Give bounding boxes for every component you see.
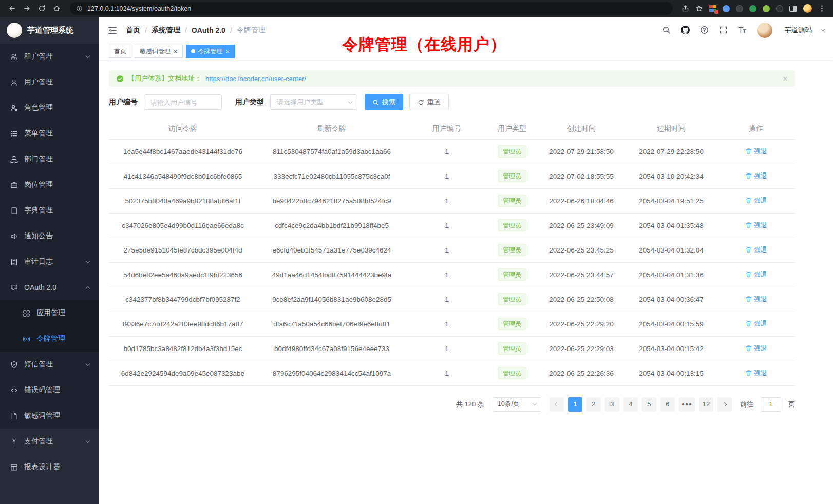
chevron-down-icon [86, 259, 90, 263]
alert-doc-link[interactable]: https://doc.iocoder.cn/user-center/ [205, 75, 306, 83]
sidebar-item-payment[interactable]: 支付管理 [0, 429, 99, 454]
user-type-select[interactable]: 请选择用户类型 [270, 94, 357, 110]
sidebar-item-role[interactable]: 角色管理 [0, 95, 99, 121]
cell-user-id: 1 [407, 312, 487, 336]
next-page-button[interactable] [717, 397, 732, 412]
goto-page-input[interactable] [761, 397, 781, 412]
sidebar-item-dept[interactable]: 部门管理 [0, 146, 99, 172]
force-logout-button[interactable]: 强退 [745, 270, 767, 279]
home-button[interactable] [50, 2, 63, 15]
address-bar[interactable]: 127.0.0.1:1024/system/oauth2/token [70, 2, 673, 15]
page-button-4[interactable]: 4 [623, 397, 638, 412]
search-icon[interactable] [661, 25, 671, 35]
page-size-select[interactable]: 10条/页 [493, 397, 541, 412]
extension-icon-colored[interactable] [709, 5, 716, 12]
user-name[interactable]: 芋道源码 [784, 26, 812, 35]
breadcrumb-oauth[interactable]: OAuth 2.0 [192, 26, 225, 34]
sidebar-item-notice[interactable]: 通知公告 [0, 223, 99, 249]
sidebar-item-report-designer[interactable]: 报表设计器 [0, 454, 99, 480]
cell-create-time: 2022-07-29 21:58:50 [537, 139, 626, 164]
reset-button[interactable]: 重置 [409, 94, 449, 110]
delete-icon [745, 222, 752, 228]
briefcase-icon [10, 181, 18, 189]
help-icon[interactable] [699, 25, 709, 35]
sidebar-item-dict[interactable]: 字典管理 [0, 198, 99, 223]
sidebar-item-error-code[interactable]: 错误码管理 [0, 377, 99, 403]
close-icon[interactable]: × [174, 48, 178, 55]
force-logout-button[interactable]: 强退 [745, 295, 767, 304]
extension-puzzle-icon[interactable] [763, 5, 770, 12]
page-button-3[interactable]: 3 [605, 397, 619, 412]
font-size-icon[interactable] [737, 25, 747, 35]
page-button-5[interactable]: 5 [642, 397, 656, 412]
page-button-2[interactable]: 2 [586, 397, 601, 412]
sidebar-item-sms[interactable]: 短信管理 [0, 352, 99, 377]
page-button-12[interactable]: 12 [699, 397, 713, 412]
browser-profile-avatar[interactable] [803, 4, 812, 13]
sidebar-item-user[interactable]: 用户管理 [0, 69, 99, 95]
browser-menu-icon[interactable] [818, 5, 826, 12]
sidebar-item-label: 报表设计器 [24, 462, 89, 472]
close-icon[interactable]: × [783, 74, 788, 83]
extension-badge [714, 10, 719, 14]
github-icon[interactable] [680, 25, 690, 35]
sidebar-collapse-icon[interactable] [107, 25, 118, 35]
page-button-1[interactable]: 1 [568, 397, 582, 412]
forward-button[interactable] [20, 2, 33, 15]
breadcrumb-home[interactable]: 首页 [126, 26, 140, 35]
cell-expire-time: 2022-07-29 22:28:50 [626, 139, 717, 164]
force-logout-button[interactable]: 强退 [745, 344, 767, 353]
col-user-id: 用户编号 [407, 119, 487, 139]
tab-token[interactable]: 令牌管理 × [186, 45, 235, 58]
force-logout-button[interactable]: 强退 [745, 319, 767, 328]
force-logout-button[interactable]: 强退 [745, 196, 767, 205]
force-logout-button[interactable]: 强退 [745, 147, 767, 156]
site-info-icon[interactable] [76, 5, 83, 12]
sidebar-item-oauth-app[interactable]: 应用管理 [0, 300, 99, 326]
side-panel-icon[interactable] [789, 6, 797, 12]
force-logout-button[interactable]: 强退 [745, 369, 767, 378]
cell-user-id: 1 [407, 139, 487, 164]
tab-home[interactable]: 首页 [109, 45, 131, 58]
sidebar-item-tenant[interactable]: 租户管理 [0, 44, 99, 69]
close-icon[interactable]: × [226, 48, 230, 55]
code-icon [10, 386, 18, 394]
force-logout-button[interactable]: 强退 [745, 245, 767, 255]
reset-button-label: 重置 [427, 98, 441, 107]
sidebar-item-menu[interactable]: 菜单管理 [0, 121, 99, 146]
user-id-input[interactable] [144, 94, 222, 110]
extension-icon-blue[interactable] [723, 5, 730, 12]
fullscreen-icon[interactable] [718, 25, 728, 35]
page-button-6[interactable]: 6 [660, 397, 675, 412]
force-logout-button[interactable]: 强退 [745, 221, 767, 230]
sidebar-item-sensitive-words[interactable]: 敏感词管理 [0, 403, 99, 429]
force-logout-button[interactable]: 强退 [745, 171, 767, 181]
sidebar-item-oauth-token[interactable]: 令牌管理 [0, 326, 99, 352]
extension-icon-dark[interactable] [736, 5, 743, 12]
table-row: b0d1785bc3a8482f812db4a3f3bd15ec b0df498… [109, 336, 795, 361]
more-pages-button[interactable]: ●●● [679, 397, 695, 412]
tab-sensitive-words[interactable]: 敏感词管理 × [135, 45, 183, 58]
search-button[interactable]: 搜索 [365, 94, 403, 110]
share-icon[interactable] [681, 5, 689, 12]
sidebar-item-oauth[interactable]: OAuth 2.0 [0, 275, 99, 300]
cell-user-id: 1 [407, 188, 487, 213]
browser-toolbar: 127.0.0.1:1024/system/oauth2/token [0, 0, 833, 17]
extension-icon-green[interactable] [749, 5, 756, 12]
reload-button[interactable] [35, 2, 48, 15]
bookmark-star-icon[interactable] [695, 5, 703, 12]
app-logo[interactable]: 芋道管理系统 [0, 17, 99, 44]
cell-expire-time: 2054-03-04 00:13:15 [626, 361, 717, 385]
prev-page-button[interactable] [550, 397, 564, 412]
cell-access-token: 54d6be82ee5a460a9aedc1f9bf223656 [109, 262, 257, 287]
cell-actions: 强退 [717, 164, 795, 188]
sidebar-item-audit-log[interactable]: 审计日志 [0, 249, 99, 275]
report-icon [10, 463, 18, 471]
back-button[interactable] [5, 2, 18, 15]
role-icon [10, 104, 18, 112]
breadcrumb-system[interactable]: 系统管理 [152, 26, 180, 35]
user-avatar[interactable] [757, 23, 772, 38]
extension-icon-dark2[interactable] [776, 5, 783, 12]
top-navbar: 首页 / 系统管理 / OAuth 2.0 / 令牌管理 芋道源码 [99, 17, 833, 43]
sidebar-item-post[interactable]: 岗位管理 [0, 172, 99, 198]
